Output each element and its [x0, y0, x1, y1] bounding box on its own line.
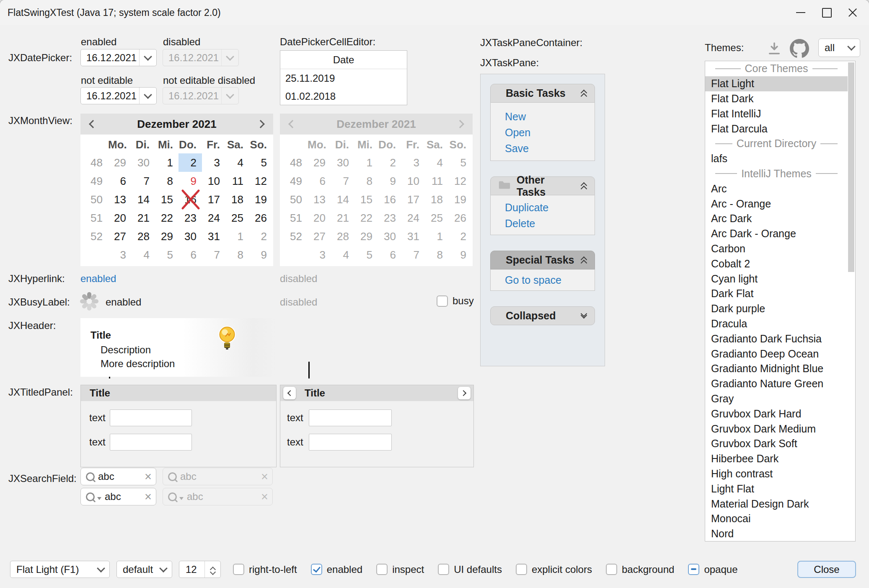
- font-size-spinner[interactable]: 12: [179, 561, 221, 578]
- datepicker-not-editable[interactable]: 16.12.2021: [80, 87, 157, 104]
- scrollbar-thumb[interactable]: [848, 62, 854, 272]
- laf-combo[interactable]: Flat Light (F1): [10, 561, 110, 578]
- calendar-day[interactable]: 29: [155, 227, 178, 246]
- checkbox-opaque[interactable]: opaque: [688, 564, 737, 575]
- taskpane-link-open[interactable]: Open: [505, 124, 595, 140]
- theme-list-item[interactable]: Cobalt 2: [705, 256, 848, 271]
- theme-list-item[interactable]: Carbon: [705, 241, 848, 256]
- theme-list-item[interactable]: Gradianto Nature Green: [705, 376, 848, 391]
- theme-list-item[interactable]: High contrast: [705, 466, 848, 482]
- calendar-day[interactable]: 28: [132, 227, 155, 246]
- theme-list-item[interactable]: Arc: [705, 181, 848, 196]
- calendar-day[interactable]: 6: [178, 246, 202, 264]
- calendar-day[interactable]: 1: [225, 227, 249, 246]
- calendar-day[interactable]: 13: [108, 190, 132, 209]
- checkbox-box[interactable]: [233, 564, 244, 575]
- themes-filter-combo[interactable]: all: [818, 39, 860, 57]
- calendar-day[interactable]: 30: [178, 227, 202, 246]
- calendar-day[interactable]: 5: [249, 153, 272, 172]
- calendar-day[interactable]: 7: [202, 246, 225, 264]
- prev-month-button[interactable]: [80, 121, 104, 127]
- calendar-day[interactable]: 4: [132, 246, 155, 264]
- close-window-button[interactable]: [840, 0, 866, 25]
- next-month-button[interactable]: [250, 121, 273, 127]
- theme-list-item[interactable]: Dark Flat: [705, 286, 848, 301]
- search-input[interactable]: [98, 471, 141, 482]
- datepicker-cell-editor-table[interactable]: Date 25.11.2019 01.02.2018: [280, 50, 407, 105]
- taskpane-header[interactable]: Special Tasks: [490, 251, 595, 269]
- search-input[interactable]: [105, 491, 141, 503]
- theme-list-item[interactable]: Gradianto Deep Ocean: [705, 346, 848, 361]
- theme-list-item[interactable]: Gruvbox Dark Medium: [705, 421, 848, 436]
- calendar-day[interactable]: 12: [249, 172, 272, 190]
- taskpane-link-new[interactable]: New: [505, 109, 595, 124]
- checkbox-right-to-left[interactable]: right-to-left: [233, 564, 297, 575]
- calendar-day[interactable]: 3: [202, 153, 225, 172]
- theme-list-item[interactable]: Nord: [705, 526, 848, 541]
- minimize-button[interactable]: [788, 0, 814, 25]
- theme-list-item[interactable]: Arc Dark - Orange: [705, 226, 848, 241]
- theme-list-item[interactable]: Gruvbox Dark Soft: [705, 436, 848, 451]
- checkbox-background[interactable]: background: [606, 564, 674, 575]
- theme-list-item[interactable]: Arc Dark: [705, 211, 848, 226]
- search-field-dropdown-enabled[interactable]: [80, 488, 156, 505]
- calendar-day[interactable]: 6: [108, 172, 132, 190]
- taskpane-link-go-to-space[interactable]: Go to space: [505, 272, 595, 288]
- checkbox-box[interactable]: [437, 295, 448, 307]
- theme-list-item[interactable]: lafs: [705, 151, 848, 166]
- theme-list-item[interactable]: Light Flat: [705, 481, 848, 496]
- calendar-day[interactable]: 26: [249, 209, 272, 227]
- collapse-icon[interactable]: [582, 181, 586, 191]
- style-combo[interactable]: default: [116, 561, 172, 578]
- calendar-day[interactable]: 10: [202, 172, 225, 190]
- calendar-day[interactable]: 5: [155, 246, 178, 264]
- table-row[interactable]: 25.11.2019: [280, 69, 407, 87]
- calendar-day[interactable]: 8: [155, 172, 178, 190]
- calendar-day[interactable]: 16: [178, 190, 202, 209]
- theme-list-item[interactable]: Flat Dark: [705, 91, 848, 106]
- calendar-day[interactable]: 29: [108, 153, 132, 172]
- calendar-day[interactable]: 7: [132, 172, 155, 190]
- taskpane-header[interactable]: Basic Tasks: [490, 84, 595, 103]
- expand-icon[interactable]: [582, 314, 586, 318]
- theme-list-item[interactable]: Material Design Dark: [705, 496, 848, 511]
- checkbox-ui-defaults[interactable]: UI defaults: [438, 564, 502, 575]
- theme-list-item[interactable]: Flat Light: [705, 76, 848, 91]
- taskpane-link-save[interactable]: Save: [505, 140, 595, 156]
- theme-list-item[interactable]: Gradianto Dark Fuchsia: [705, 331, 848, 346]
- checkbox-box[interactable]: [688, 564, 699, 575]
- taskpane-header[interactable]: Collapsed: [490, 306, 595, 325]
- calendar-day[interactable]: 18: [225, 190, 249, 209]
- calendar-day[interactable]: 4: [225, 153, 249, 172]
- calendar-day[interactable]: 17: [202, 190, 225, 209]
- checkbox-box[interactable]: [516, 564, 527, 575]
- checkbox-box[interactable]: [311, 564, 322, 575]
- spinner-buttons[interactable]: [204, 561, 220, 578]
- theme-list-item[interactable]: Monocai: [705, 511, 848, 526]
- busy-checkbox[interactable]: busy: [437, 295, 474, 307]
- calendar-day[interactable]: 21: [132, 209, 155, 227]
- search-field-enabled[interactable]: [80, 468, 156, 485]
- github-button[interactable]: [789, 38, 810, 60]
- taskpane-link-duplicate[interactable]: Duplicate: [505, 199, 595, 215]
- datepicker-dropdown-button[interactable]: [139, 88, 156, 104]
- table-row[interactable]: 01.02.2018: [280, 87, 407, 105]
- checkbox-enabled[interactable]: enabled: [311, 564, 362, 575]
- themes-list[interactable]: Core ThemesFlat LightFlat DarkFlat Intel…: [705, 61, 856, 541]
- calendar-day[interactable]: 20: [108, 209, 132, 227]
- checkbox-inspect[interactable]: inspect: [376, 564, 424, 575]
- theme-list-item[interactable]: Arc - Orange: [705, 196, 848, 211]
- theme-list-item[interactable]: Gruvbox Dark Hard: [705, 406, 848, 421]
- calendar-day[interactable]: 9: [178, 172, 202, 190]
- calendar-day[interactable]: 22: [155, 209, 178, 227]
- close-button[interactable]: Close: [797, 561, 856, 578]
- calendar-day[interactable]: 9: [249, 246, 272, 264]
- calendar-day[interactable]: 2: [178, 153, 202, 172]
- datepicker-dropdown-button[interactable]: [139, 49, 156, 66]
- datepicker-enabled[interactable]: 16.12.2021: [80, 49, 157, 66]
- clear-icon[interactable]: [145, 491, 152, 503]
- calendar-day[interactable]: 11: [225, 172, 249, 190]
- calendar-day[interactable]: 3: [108, 246, 132, 264]
- text-field[interactable]: [309, 434, 392, 451]
- theme-list-item[interactable]: Gradianto Midnight Blue: [705, 361, 848, 376]
